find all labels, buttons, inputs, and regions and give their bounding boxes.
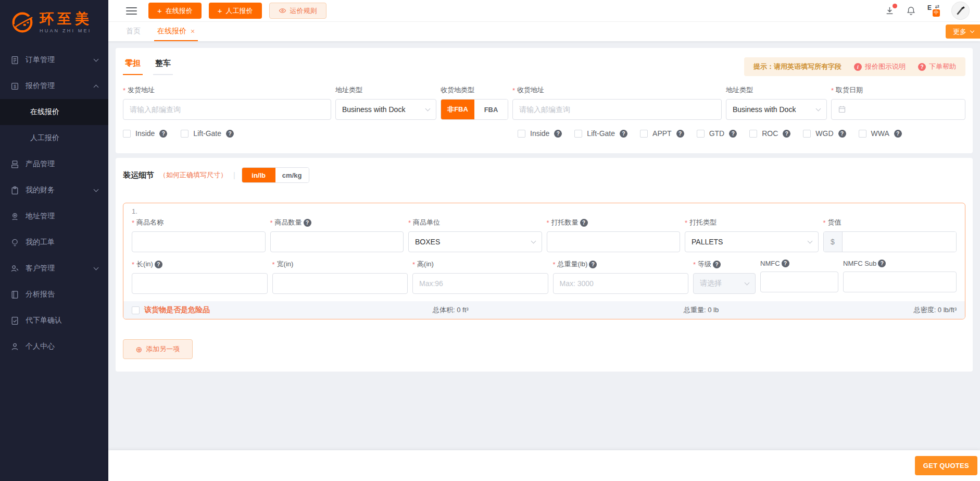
dest-address-type-select[interactable]: Business with Dock: [726, 99, 827, 120]
tab-home-label: 首页: [126, 27, 141, 36]
ship-address-input[interactable]: [123, 99, 331, 120]
add-item-button[interactable]: ⊕ 添加另一项: [123, 339, 193, 359]
help-icon[interactable]: ?: [729, 130, 737, 138]
tab-online-quote[interactable]: 在线报价 ×: [154, 22, 198, 41]
toggle-fba[interactable]: FBA: [474, 100, 508, 119]
chevron-up-icon: [94, 84, 99, 90]
close-icon[interactable]: ×: [191, 28, 195, 35]
sidebar-item-orders[interactable]: 订单管理: [0, 47, 108, 73]
weight-input[interactable]: [553, 273, 689, 294]
ship-address-type-select[interactable]: Business with Dock: [335, 99, 436, 120]
tab-ltl[interactable]: 零担: [123, 57, 143, 75]
language-zh-glyph: 中: [933, 9, 940, 17]
checkbox[interactable]: [803, 130, 811, 138]
help-icon[interactable]: ?: [580, 219, 588, 227]
order-help-link[interactable]: ? 下单帮助: [918, 62, 956, 71]
checkbox[interactable]: [749, 130, 757, 138]
checkbox[interactable]: [859, 130, 866, 138]
help-icon[interactable]: ?: [589, 261, 597, 268]
length-input[interactable]: [132, 273, 268, 294]
tab-home[interactable]: 首页: [123, 22, 144, 41]
sidebar-item-order-confirm[interactable]: 代下单确认: [0, 307, 108, 334]
checkbox[interactable]: [574, 130, 582, 138]
sidebar-item-label: 分析报告: [26, 290, 55, 299]
cargo-value-input[interactable]: [843, 232, 957, 252]
help-icon[interactable]: ?: [878, 260, 886, 267]
help-icon[interactable]: ?: [620, 130, 627, 138]
item-unit-value: BOXES: [415, 238, 440, 246]
sidebar-item-reports[interactable]: 分析报告: [0, 281, 108, 307]
avatar[interactable]: [951, 2, 970, 20]
help-icon[interactable]: ?: [304, 219, 311, 227]
dest-address-input[interactable]: [512, 99, 722, 120]
item-quantity-input[interactable]: [270, 231, 404, 252]
top-header: + 在线报价 + 人工报价 运价规则 E: [108, 0, 980, 22]
svg-text:$: $: [14, 83, 16, 89]
height-input[interactable]: [412, 273, 548, 294]
width-input[interactable]: [272, 273, 408, 294]
help-icon[interactable]: ?: [713, 261, 721, 268]
help-icon[interactable]: ?: [782, 260, 789, 267]
help-icon[interactable]: ?: [783, 130, 790, 138]
required-marker: *: [272, 261, 275, 268]
get-quotes-button[interactable]: GET QUOTES: [915, 456, 977, 475]
help-icon[interactable]: ?: [676, 130, 684, 138]
sidebar-item-label: 代下单确认: [26, 316, 62, 325]
pallet-type-value: PALLETS: [692, 238, 723, 246]
download-icon[interactable]: [885, 6, 895, 16]
sidebar-item-finance[interactable]: 我的财务: [0, 177, 108, 203]
nmfc-sub-label: NMFC Sub ?: [843, 260, 957, 267]
grade-select[interactable]: 请选择: [693, 273, 756, 294]
sidebar-item-label: 在线报价: [30, 107, 59, 117]
checkbox[interactable]: [181, 130, 189, 138]
total-weight: 总重量: 0 lb: [684, 305, 719, 315]
pickup-date-input[interactable]: [831, 99, 965, 120]
chevron-down-icon: [807, 238, 812, 243]
dimension-help-link[interactable]: （如何正确填写尺寸）: [159, 170, 227, 180]
sidebar-item-addresses[interactable]: 地址管理: [0, 203, 108, 229]
rate-rules-button[interactable]: 运价规则: [269, 3, 326, 19]
hamburger-menu-icon[interactable]: [126, 7, 137, 15]
online-quote-button[interactable]: + 在线报价: [148, 3, 202, 19]
item-unit-select[interactable]: BOXES: [408, 231, 542, 252]
sidebar-item-quote-mgmt[interactable]: $ 报价管理: [0, 73, 108, 99]
help-icon[interactable]: ?: [894, 130, 902, 138]
required-marker: *: [823, 219, 826, 227]
item-name-input[interactable]: [132, 231, 266, 252]
checkbox[interactable]: [123, 130, 131, 138]
finance-icon: [10, 186, 19, 195]
product-icon: [10, 160, 19, 169]
checkbox[interactable]: [640, 130, 648, 138]
checkbox[interactable]: [518, 130, 525, 138]
unit-toggle: in/lb cm/kg: [242, 167, 309, 183]
nmfc-input[interactable]: [760, 272, 838, 292]
toggle-non-fba[interactable]: 非FBA: [441, 100, 474, 119]
chevron-down-icon: [970, 29, 974, 33]
checkbox[interactable]: [697, 130, 705, 138]
tab-ftl[interactable]: 整车: [153, 57, 173, 75]
sidebar-item-customers[interactable]: 客户管理: [0, 255, 108, 281]
bell-icon[interactable]: [906, 6, 916, 16]
help-icon[interactable]: ?: [159, 130, 167, 138]
sidebar-item-manual-quote[interactable]: 人工报价: [0, 125, 108, 151]
sidebar-item-online-quote[interactable]: 在线报价: [0, 99, 108, 125]
toggle-in-lb[interactable]: in/lb: [242, 168, 275, 182]
language-toggle-icon[interactable]: E ⇄ 中: [927, 5, 940, 17]
toggle-cm-kg[interactable]: cm/kg: [275, 168, 309, 182]
pallet-qty-input[interactable]: [547, 231, 681, 252]
help-icon[interactable]: ?: [554, 130, 562, 138]
help-icon[interactable]: ?: [226, 130, 234, 138]
checkbox[interactable]: [132, 306, 140, 314]
pallet-type-select[interactable]: PALLETS: [685, 231, 819, 252]
help-icon[interactable]: ?: [155, 261, 162, 268]
manual-quote-button[interactable]: + 人工报价: [209, 3, 262, 19]
sidebar-item-profile[interactable]: 个人中心: [0, 334, 108, 360]
nmfc-sub-input[interactable]: [843, 272, 957, 292]
more-button[interactable]: 更多: [946, 24, 980, 39]
quote-guide-link[interactable]: i 报价图示说明: [854, 62, 906, 71]
required-marker: *: [132, 261, 134, 268]
item-quantity-label: * 商品数量 ?: [270, 218, 404, 227]
help-icon[interactable]: ?: [838, 130, 846, 138]
sidebar-item-products[interactable]: 产品管理: [0, 151, 108, 177]
sidebar-item-tickets[interactable]: 我的工单: [0, 229, 108, 255]
